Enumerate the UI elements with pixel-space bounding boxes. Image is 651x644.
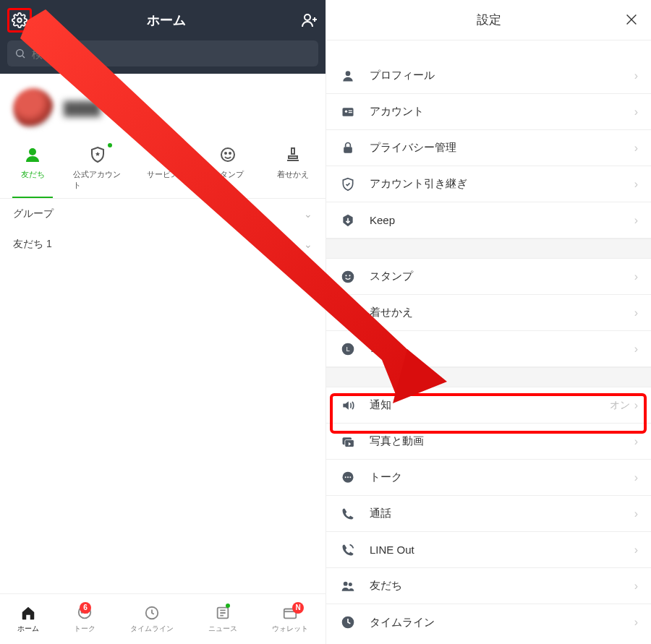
page-title: ホーム <box>147 12 186 29</box>
svg-point-2 <box>17 50 23 56</box>
row-timeline[interactable]: タイムライン› <box>326 604 651 640</box>
profile-name: ████ <box>64 101 101 116</box>
chevron-right-icon: › <box>634 214 638 227</box>
row-notification[interactable]: 通知オン› <box>326 387 651 424</box>
coin-icon: L <box>339 340 357 358</box>
settings-title: 設定 <box>477 12 501 28</box>
news-icon <box>215 605 231 621</box>
person-icon <box>339 67 357 85</box>
row-lineout[interactable]: LINE Out› <box>326 532 651 568</box>
settings-pane: 設定 プロフィール› アカウント› プライバシー管理› アカウント引き継ぎ› K… <box>326 0 651 644</box>
svg-point-1 <box>305 14 310 20</box>
tab-stamp[interactable]: スタンプ <box>199 142 257 198</box>
svg-point-6 <box>221 148 234 161</box>
brush-icon <box>284 146 302 163</box>
badge-wallet: N <box>292 602 304 614</box>
row-keep[interactable]: Keep› <box>326 202 651 239</box>
svg-point-0 <box>17 18 22 22</box>
row-talk[interactable]: トーク› <box>326 460 651 496</box>
bottom-nav: ホーム 6 トーク タイムライン ニュース N ウォレット <box>0 593 326 644</box>
phone-icon <box>339 505 357 523</box>
idcard-icon <box>339 103 357 121</box>
tab-official[interactable]: 公式アカウント <box>69 142 127 198</box>
chevron-right-icon: › <box>634 178 638 191</box>
chevron-right-icon: › <box>634 106 638 119</box>
svg-point-16 <box>346 71 351 76</box>
chevron-right-icon: › <box>634 580 638 593</box>
speaker-icon <box>339 397 357 414</box>
svg-point-23 <box>345 275 346 276</box>
settings-gear-highlight <box>7 8 32 33</box>
nav-home[interactable]: ホーム <box>17 605 39 634</box>
profile-row[interactable]: ████ <box>0 74 326 136</box>
shield-icon <box>339 176 357 193</box>
row-profile[interactable]: プロフィール› <box>326 58 651 94</box>
svg-rect-21 <box>344 147 352 153</box>
svg-point-3 <box>29 148 36 155</box>
row-theme[interactable]: 着せかえ› <box>326 295 651 331</box>
avatar <box>13 88 54 129</box>
home-header: ホーム <box>0 0 326 40</box>
home-icon <box>20 605 36 621</box>
row-friends[interactable]: 友だち› <box>326 568 651 604</box>
clock-icon <box>339 614 357 631</box>
nav-timeline[interactable]: タイムライン <box>130 605 174 634</box>
friends-icon <box>339 578 357 595</box>
close-icon[interactable] <box>622 10 641 29</box>
svg-point-8 <box>229 153 231 154</box>
svg-point-24 <box>349 275 350 276</box>
svg-point-34 <box>344 581 348 585</box>
row-stamp[interactable]: スタンプ› <box>326 259 651 295</box>
search-input[interactable] <box>7 40 318 66</box>
shield-star-icon <box>89 146 106 163</box>
search-field[interactable] <box>32 48 311 60</box>
chevron-right-icon: › <box>634 471 638 484</box>
chevron-down-icon: ⌄ <box>304 239 312 250</box>
svg-point-32 <box>347 476 349 478</box>
svg-point-7 <box>225 153 226 154</box>
service-icon: S <box>154 146 171 163</box>
search-row <box>0 40 326 74</box>
notification-value: オン <box>610 399 630 412</box>
smile-icon <box>339 268 357 285</box>
chevron-right-icon: › <box>634 306 638 319</box>
nav-news[interactable]: ニュース <box>208 605 237 634</box>
tab-theme[interactable]: 着せかえ <box>264 142 322 198</box>
svg-text:L: L <box>346 345 349 353</box>
lineout-icon <box>339 541 357 559</box>
svg-point-22 <box>342 270 354 283</box>
tab-service[interactable]: S サービス <box>134 142 192 198</box>
chat-icon <box>339 469 357 486</box>
section-groups[interactable]: グループ ⌄ <box>0 199 326 229</box>
chevron-right-icon: › <box>634 399 638 412</box>
nav-wallet[interactable]: N ウォレット <box>272 605 308 634</box>
section-friends[interactable]: 友だち 1 ⌄ <box>0 229 326 259</box>
chevron-right-icon: › <box>634 69 638 82</box>
tab-friends[interactable]: 友だち <box>4 142 61 198</box>
chevron-down-icon: ⌄ <box>304 208 312 220</box>
chevron-right-icon: › <box>634 142 638 155</box>
badge-count: 6 <box>80 602 91 614</box>
person-icon <box>24 146 41 163</box>
row-media[interactable]: 写真と動画› <box>326 424 651 460</box>
chevron-right-icon: › <box>634 435 638 448</box>
home-pane: ホーム ████ 友だち 公式アカウント S サービス スタンプ <box>0 0 326 644</box>
home-tabs: 友だち 公式アカウント S サービス スタンプ 着せかえ <box>0 136 326 198</box>
smile-icon <box>219 146 237 163</box>
svg-point-31 <box>345 476 346 478</box>
svg-rect-25 <box>343 317 352 318</box>
row-privacy[interactable]: プライバシー管理› <box>326 130 651 166</box>
keep-icon <box>339 212 357 229</box>
svg-text:S: S <box>161 151 166 159</box>
nav-talk[interactable]: 6 トーク <box>74 605 95 634</box>
svg-rect-19 <box>349 110 352 111</box>
row-coin[interactable]: Lコイン› <box>326 331 651 367</box>
chevron-right-icon: › <box>634 507 638 520</box>
chevron-right-icon: › <box>634 343 638 356</box>
row-takeover[interactable]: アカウント引き継ぎ› <box>326 166 651 202</box>
row-call[interactable]: 通話› <box>326 496 651 532</box>
add-friend-icon[interactable] <box>301 12 318 29</box>
row-account[interactable]: アカウント› <box>326 94 651 130</box>
search-icon <box>14 48 26 59</box>
gear-icon[interactable] <box>11 12 28 29</box>
